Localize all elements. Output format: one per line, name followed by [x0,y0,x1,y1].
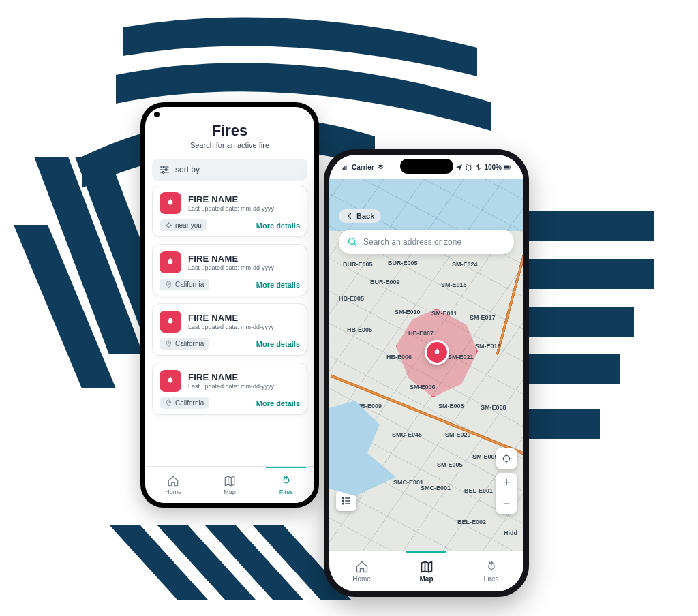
tab-home[interactable]: Home [329,551,394,591]
svg-rect-0 [518,211,654,241]
crosshair-icon [500,452,513,465]
tab-label: Fires [279,489,293,495]
sort-label: sort by [175,165,200,174]
location-badge: California [160,397,209,409]
tab-home[interactable]: Home [145,467,202,503]
more-details-link[interactable]: More details [256,340,300,348]
home-icon [355,560,369,574]
fire-name: FIRE NAME [188,372,274,382]
bottom-nav: Home Map Fires [145,466,314,503]
bottom-nav: Home Map Fires [329,551,524,591]
fire-name: FIRE NAME [188,253,274,264]
map-canvas[interactable]: BUR-E005 BUR-E005 BUR-E009 SM-E024 SM-E0… [329,179,524,551]
phone-fires-screen: Fires Search for an active fire sort by … [140,102,319,508]
svg-rect-27 [344,166,345,170]
flame-icon [280,475,292,487]
fire-updated: Last updated date: mm-dd-yyyy [188,383,274,390]
fire-card[interactable]: FIRE NAME Last updated date: mm-dd-yyyy … [152,244,307,296]
tab-label: Fires [483,575,498,583]
pin-icon [165,399,172,407]
bluetooth-icon [474,164,482,171]
layers-button[interactable] [336,491,356,511]
crosshair-icon [165,221,172,229]
fire-name: FIRE NAME [188,313,274,323]
flame-icon [160,251,181,273]
signal-icon [342,164,349,171]
svg-point-29 [466,165,471,170]
fire-updated: Last updated date: mm-dd-yyyy [188,324,274,330]
fires-list: FIRE NAME Last updated date: mm-dd-yyyy … [145,185,314,466]
svg-rect-25 [342,168,342,170]
search-icon [347,236,358,247]
location-badge: California [160,279,209,290]
flame-icon [160,192,181,214]
map-icon [224,475,236,487]
more-details-link[interactable]: More details [256,281,300,289]
more-details-link[interactable]: More details [256,221,300,230]
phone-map-screen: Carrier 100% BUR-E005 BUR-E005 BUR-E0 [324,149,529,597]
back-label: Back [356,212,374,220]
sliders-icon [159,164,170,175]
location-text: California [175,340,204,348]
fire-card[interactable]: FIRE NAME Last updated date: mm-dd-yyyy … [152,363,307,415]
svg-rect-1 [518,259,654,289]
tab-fires[interactable]: Fires [258,467,314,503]
zoom-out-button[interactable]: − [496,493,517,514]
fire-card[interactable]: FIRE NAME Last updated date: mm-dd-yyyy … [152,185,307,237]
camera-punch [154,112,160,117]
location-badge: near you [160,219,207,231]
dynamic-island [400,159,453,174]
flame-icon [485,560,498,574]
map-search-input[interactable]: Search an address or zone [339,230,514,254]
fire-name: FIRE NAME [188,194,274,204]
fire-updated: Last updated date: mm-dd-yyyy [188,264,274,271]
svg-rect-28 [346,165,346,170]
tab-map[interactable]: Map [394,551,459,591]
fire-card[interactable]: FIRE NAME Last updated date: mm-dd-yyyy … [152,303,307,356]
sort-button[interactable]: sort by [152,159,307,181]
tab-label: Map [224,489,236,495]
battery-icon [504,164,511,171]
tab-fires[interactable]: Fires [459,551,524,591]
more-details-link[interactable]: More details [256,399,300,407]
zoom-controls: + − [496,473,517,514]
map-icon [420,560,434,574]
fire-updated: Last updated date: mm-dd-yyyy [188,205,274,212]
fire-marker[interactable] [425,340,449,365]
svg-rect-26 [343,167,344,170]
carrier-text: Carrier [352,164,374,171]
chevron-left-icon [346,212,354,220]
page-subtitle: Search for an active fire [155,141,305,149]
tab-map[interactable]: Map [202,467,258,503]
tab-label: Home [352,575,371,583]
home-icon [167,475,179,487]
location-arrow-icon [455,164,463,171]
flame-icon [160,370,181,392]
list-icon [341,495,352,506]
location-text: California [175,281,204,288]
svg-rect-32 [511,166,511,168]
flame-icon [431,347,442,358]
back-button[interactable]: Back [339,209,381,223]
battery-text: 100% [484,164,502,171]
search-placeholder: Search an address or zone [363,237,461,247]
tab-label: Map [420,575,434,583]
wifi-icon [377,164,384,171]
zoom-in-button[interactable]: + [496,473,517,493]
alarm-icon [465,164,472,171]
fires-header: Fires Search for an active fire [145,107,314,153]
pin-icon [165,281,172,288]
location-badge: California [160,338,209,350]
location-text: near you [175,221,202,229]
page-title: Fires [155,122,305,140]
location-text: California [175,399,204,407]
pin-icon [165,340,172,348]
svg-rect-31 [504,166,510,168]
tab-label: Home [165,489,181,495]
flame-icon [160,311,181,333]
locate-button[interactable] [496,448,517,469]
